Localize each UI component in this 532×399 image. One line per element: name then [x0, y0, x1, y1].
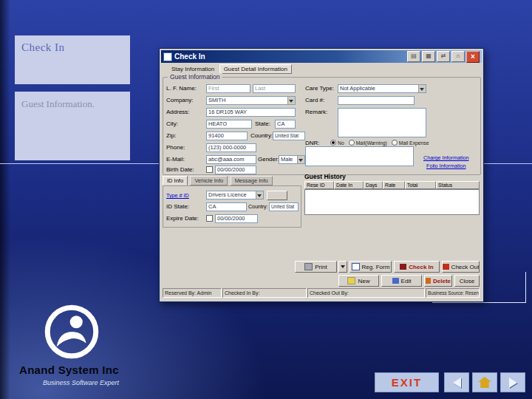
id-scan-button[interactable] — [267, 191, 287, 200]
name-label: L. F. Name: — [166, 84, 197, 93]
company-tagline: Business Software Expert — [43, 379, 119, 386]
check-out-button[interactable]: Check Out — [442, 261, 480, 273]
last-name-field[interactable]: Last — [253, 84, 296, 93]
door-out-icon — [443, 264, 449, 270]
dnr-option-mail-warning-label: Mail(Warning) — [356, 140, 387, 146]
new-button[interactable]: New — [338, 275, 379, 287]
company-label: Company: — [166, 96, 193, 105]
email-field[interactable]: abc@aaa.com — [206, 155, 256, 164]
care-type-label: Care Type: — [305, 84, 334, 93]
print-options-button[interactable] — [338, 261, 347, 273]
remark-label: Remark: — [305, 108, 327, 117]
status-checked-out-by: Checked Out By: — [307, 288, 425, 298]
plus-icon — [347, 277, 355, 284]
door-icon[interactable]: ⌂ — [451, 51, 465, 62]
chevron-down-icon — [341, 265, 345, 268]
card-number-field[interactable] — [338, 96, 415, 105]
dnr-option-mail-expense-label: Mail Expense — [399, 140, 429, 146]
dialog-titlebar[interactable]: Check In ▤ ▦ ⇄ ⌂ × — [161, 50, 482, 63]
edit-button[interactable]: Edit — [381, 275, 422, 287]
care-type-dropdown[interactable]: Not Applicable — [338, 84, 426, 93]
radio-icon — [349, 140, 355, 146]
tab-id-info[interactable]: ID Info — [163, 176, 188, 185]
slide-subtitle: Guest Information. — [21, 98, 95, 109]
city-field[interactable]: HEATO — [206, 120, 252, 129]
column-total: Total — [405, 181, 436, 189]
corner-bracket-horizontal — [432, 302, 526, 303]
guest-history-grid — [304, 189, 480, 215]
state-field[interactable]: CA — [275, 120, 296, 129]
guest-information-group: Guest Information L. F. Name: First Last… — [163, 77, 481, 175]
pencil-icon — [392, 278, 399, 284]
previous-slide-button[interactable] — [444, 372, 469, 392]
status-business-source: Business Source: Reservation — [426, 288, 480, 298]
remark-textarea[interactable] — [338, 108, 426, 137]
email-label: E-Mail: — [166, 155, 185, 164]
type-id-link[interactable]: Type # ID — [166, 192, 189, 199]
key-icon — [400, 264, 406, 270]
country-field[interactable]: United Stat — [273, 132, 305, 140]
next-slide-button[interactable] — [500, 372, 525, 392]
address-field[interactable]: 16 DR105 WAY — [206, 108, 296, 117]
charge-information-link[interactable]: Charge Information — [423, 154, 469, 161]
reg-form-button[interactable]: Reg. Form — [349, 261, 392, 273]
home-button[interactable] — [472, 372, 497, 392]
document-icon — [352, 263, 360, 270]
check-out-label: Check Out — [451, 264, 480, 270]
print-button[interactable]: Print — [295, 261, 337, 273]
company-name: Anand System Inc — [19, 364, 119, 376]
birth-date-checkbox[interactable] — [206, 166, 213, 173]
id-state-field[interactable]: CA — [206, 202, 247, 211]
close-button[interactable]: Close — [454, 275, 480, 287]
city-label: City: — [166, 120, 178, 129]
first-name-field[interactable]: First — [206, 84, 250, 93]
tab-guest-detail-information[interactable]: Guest Detail Information — [219, 64, 292, 74]
id-type-dropdown[interactable]: Drivers Licence — [206, 191, 264, 200]
tab-message-info[interactable]: Message Info — [231, 176, 273, 185]
id-country-field[interactable]: United Stat — [269, 202, 299, 211]
birth-date-label: Birth Date: — [166, 166, 194, 174]
delete-button[interactable]: Delete — [424, 275, 452, 287]
country-label: Country: — [250, 132, 273, 140]
status-checked-in-by: Checked In By: — [222, 288, 307, 298]
column-days: Days — [364, 181, 383, 189]
check-in-button[interactable]: Check In — [394, 261, 440, 273]
guest-history-title: Guest History — [304, 173, 346, 180]
dnr-option-no[interactable]: No — [330, 140, 344, 146]
home-icon — [478, 377, 491, 388]
close-icon[interactable]: × — [466, 51, 480, 63]
birth-date-field[interactable]: 00/00/2000 — [215, 166, 256, 174]
dnr-note-textarea[interactable] — [305, 146, 414, 166]
column-date-in: Date In — [334, 181, 364, 189]
cards-icon[interactable]: ▤ — [407, 51, 420, 62]
gender-dropdown[interactable]: Male — [279, 155, 305, 164]
expire-date-field[interactable]: 00/00/2000 — [215, 214, 258, 223]
dnr-option-mail-expense[interactable]: Mail Expense — [392, 140, 429, 146]
delete-label: Delete — [433, 278, 451, 284]
tab-stay-information[interactable]: Stay Information — [168, 65, 217, 73]
dnr-option-mail-warning[interactable]: Mail(Warning) — [349, 140, 387, 146]
close-label: Close — [460, 278, 474, 284]
id-country-label: Country: — [248, 202, 267, 211]
exit-button[interactable]: EXIT — [375, 372, 439, 392]
print-label: Print — [315, 264, 327, 270]
new-label: New — [358, 278, 369, 284]
zip-field[interactable]: 91400 — [206, 132, 248, 140]
expire-date-checkbox[interactable] — [206, 215, 213, 222]
swap-icon[interactable]: ⇄ — [437, 51, 450, 62]
slide-subtitle-box: Guest Information. — [15, 92, 130, 160]
dialog-icon — [163, 52, 172, 61]
slide-title-box: Check In — [15, 35, 130, 84]
gender-label: Gender: — [258, 155, 279, 164]
phone-label: Phone: — [166, 143, 185, 152]
arrow-left-icon — [453, 378, 461, 388]
phone-field[interactable]: (123) 000-0000 — [206, 143, 256, 152]
company-field[interactable]: SMITH — [206, 96, 296, 105]
slide: Check In Guest Information. Check In ▤ ▦… — [0, 0, 532, 399]
printer-icon[interactable]: ▦ — [422, 51, 435, 62]
reg-form-label: Reg. Form — [362, 264, 390, 270]
folio-information-link[interactable]: Folio Information — [426, 163, 466, 169]
tab-vehicle-info[interactable]: Vehicle Info — [190, 176, 228, 185]
dnr-option-no-label: No — [338, 140, 344, 146]
radio-icon — [392, 140, 398, 146]
